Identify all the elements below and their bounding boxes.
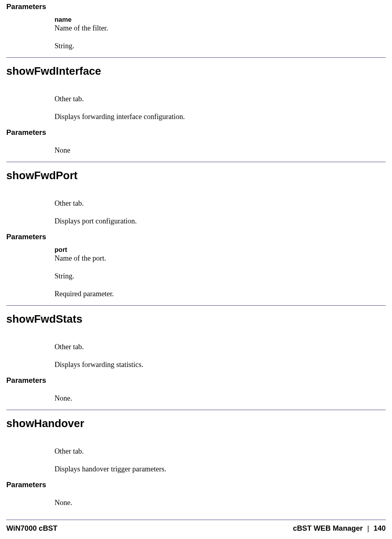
- param-name: name: [55, 16, 386, 23]
- footer-right: cBST WEB Manager | 140: [293, 524, 386, 533]
- body-text: Required parameter.: [55, 290, 386, 298]
- body-text: Displays forwarding statistics.: [55, 361, 386, 369]
- body-text: Name of the filter.: [55, 24, 386, 32]
- parameters-label: Parameters: [6, 2, 386, 11]
- body-text: None.: [55, 499, 386, 507]
- section-divider: [6, 305, 386, 306]
- section-divider: [6, 57, 386, 58]
- parameters-label: Parameters: [6, 376, 386, 385]
- parameters-label: Parameters: [6, 480, 386, 489]
- body-text: Other tab.: [55, 95, 386, 103]
- footer-left: WiN7000 cBST: [6, 524, 57, 533]
- body-text: Displays forwarding interface configurat…: [55, 113, 386, 121]
- footer-separator: |: [367, 524, 369, 532]
- page-footer: WiN7000 cBST cBST WEB Manager | 140: [6, 524, 386, 533]
- body-text: Displays handover trigger parameters.: [55, 465, 386, 473]
- command-heading: showHandover: [6, 417, 386, 430]
- command-heading: showFwdInterface: [6, 65, 386, 78]
- footer-manager-label: cBST WEB Manager: [293, 524, 363, 532]
- command-heading: showFwdPort: [6, 169, 386, 182]
- body-text: Other tab.: [55, 343, 386, 351]
- parameters-label: Parameters: [6, 128, 386, 137]
- body-text: Other tab.: [55, 199, 386, 208]
- parameters-label: Parameters: [6, 233, 386, 241]
- body-text: Other tab.: [55, 447, 386, 456]
- body-text: String.: [55, 42, 386, 50]
- footer-divider: [6, 520, 386, 520]
- body-text: Name of the port.: [55, 254, 386, 263]
- body-text: Displays port configuration.: [55, 217, 386, 225]
- page-number: 140: [373, 524, 386, 532]
- section-divider: [6, 162, 386, 162]
- command-heading: showFwdStats: [6, 313, 386, 325]
- body-text: String.: [55, 272, 386, 280]
- section-divider: [6, 410, 386, 410]
- body-text: None.: [55, 394, 386, 403]
- body-text: None: [55, 146, 386, 155]
- param-name: port: [55, 246, 386, 253]
